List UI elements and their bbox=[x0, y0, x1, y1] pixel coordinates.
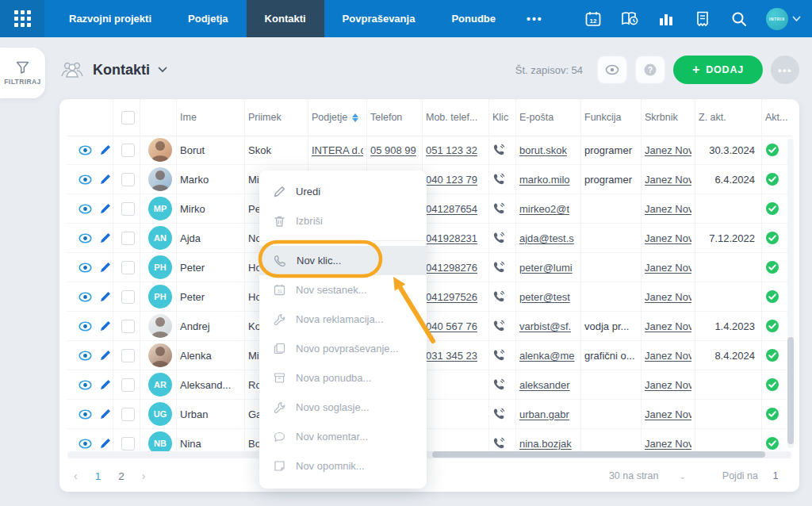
view-record-button[interactable] bbox=[79, 203, 92, 214]
view-record-button[interactable] bbox=[79, 291, 92, 302]
call-button[interactable] bbox=[492, 378, 505, 391]
menu-item-nova-reklamacija[interactable]: Nova reklamacija... bbox=[259, 305, 427, 334]
reports-button[interactable] bbox=[657, 10, 676, 29]
view-record-button[interactable] bbox=[79, 320, 92, 332]
sort-icon[interactable] bbox=[352, 113, 358, 122]
view-record-button[interactable] bbox=[79, 438, 92, 449]
menu-item-novo-povprasevanje[interactable]: Novo povpraševanje... bbox=[259, 334, 427, 363]
planner-button[interactable] bbox=[620, 10, 639, 29]
nav-tab[interactable]: Podjetja bbox=[170, 0, 247, 37]
mobile-link[interactable]: 031 345 23 bbox=[426, 350, 477, 362]
col-podjetje[interactable]: Podjetje bbox=[308, 99, 367, 136]
menu-item-nov-opomnik[interactable]: Nov opomnik... bbox=[259, 451, 427, 481]
email-link[interactable]: peter@lumi bbox=[519, 262, 573, 274]
edit-record-button[interactable] bbox=[100, 350, 111, 361]
owner-link[interactable]: Janez Nova bbox=[645, 320, 691, 332]
add-record-button[interactable]: + DODAJ bbox=[673, 56, 763, 84]
row-checkbox[interactable] bbox=[121, 290, 135, 304]
per-page-select[interactable]: 30 na stran ⌄ bbox=[609, 470, 686, 481]
call-button[interactable] bbox=[492, 202, 505, 215]
menu-item-nov-sestanek[interactable]: 31 Nov sestanek... bbox=[259, 275, 427, 305]
row-checkbox[interactable] bbox=[121, 378, 135, 392]
mobile-link[interactable]: 041298276 bbox=[426, 262, 477, 274]
mobile-link[interactable]: 041297526 bbox=[426, 291, 477, 303]
more-actions-button[interactable]: ••• bbox=[771, 56, 799, 84]
menu-item-izbrisi[interactable]: Izbriši bbox=[259, 206, 427, 236]
col-priimek[interactable]: Priimek bbox=[245, 99, 308, 136]
call-button[interactable] bbox=[492, 173, 505, 186]
mobile-link[interactable]: 051 123 32 bbox=[426, 144, 477, 156]
row-checkbox[interactable] bbox=[121, 437, 135, 450]
search-button[interactable] bbox=[730, 10, 749, 29]
call-button[interactable] bbox=[492, 290, 505, 303]
email-link[interactable]: urban.gabr bbox=[519, 408, 569, 420]
row-checkbox[interactable] bbox=[121, 408, 135, 421]
email-link[interactable]: alenka@me bbox=[519, 350, 575, 362]
col-klic[interactable]: Klic bbox=[489, 99, 516, 136]
edit-record-button[interactable] bbox=[100, 379, 111, 390]
col-telefon[interactable]: Telefon bbox=[367, 99, 423, 136]
nav-tab[interactable]: Razvojni projekti bbox=[51, 0, 170, 37]
row-checkbox[interactable] bbox=[121, 349, 135, 362]
view-record-button[interactable] bbox=[79, 232, 92, 243]
call-button[interactable] bbox=[492, 437, 505, 450]
call-button[interactable] bbox=[492, 349, 505, 362]
email-link[interactable]: nina.bozjak bbox=[519, 438, 572, 450]
email-link[interactable]: varbist@sf. bbox=[519, 320, 571, 332]
module-title-dropdown[interactable]: Kontakti bbox=[59, 59, 167, 80]
goto-page-input[interactable]: 1 bbox=[766, 470, 785, 481]
mobile-link[interactable]: 040 567 76 bbox=[426, 320, 477, 332]
owner-link[interactable]: Janez Nova bbox=[645, 174, 691, 186]
nav-tab[interactable]: Povpraševanja bbox=[324, 0, 434, 37]
mobile-link[interactable]: 041287654 bbox=[426, 203, 477, 215]
row-checkbox[interactable] bbox=[121, 173, 135, 186]
menu-item-nova-ponudba[interactable]: Nova ponudba... bbox=[259, 363, 427, 393]
view-record-button[interactable] bbox=[79, 408, 92, 420]
row-checkbox[interactable] bbox=[121, 261, 135, 274]
edit-record-button[interactable] bbox=[100, 232, 111, 243]
nav-tab[interactable]: Ponudbe bbox=[433, 0, 514, 37]
mobile-link[interactable]: 040 123 79 bbox=[426, 174, 477, 186]
row-checkbox[interactable] bbox=[121, 320, 135, 333]
prev-page-button[interactable]: ‹ bbox=[74, 470, 78, 482]
edit-record-button[interactable] bbox=[100, 203, 111, 214]
col-skrbnik[interactable]: Skrbnik bbox=[642, 99, 695, 136]
call-button[interactable] bbox=[492, 408, 505, 420]
menu-item-uredi[interactable]: Uredi bbox=[259, 177, 427, 206]
email-link[interactable]: ajda@test.s bbox=[519, 232, 574, 244]
nav-tab[interactable]: Kontakti bbox=[247, 0, 324, 37]
edit-record-button[interactable] bbox=[100, 291, 111, 302]
email-link[interactable]: mirkeo2@t bbox=[519, 203, 569, 215]
apps-grid-button[interactable] bbox=[0, 0, 44, 37]
email-link[interactable]: marko.milo bbox=[519, 174, 570, 186]
owner-link[interactable]: Janez Nova bbox=[645, 262, 691, 274]
col-eposta[interactable]: E-pošta bbox=[516, 99, 581, 136]
vertical-scrollbar-thumb[interactable] bbox=[787, 337, 794, 444]
phone-link[interactable]: 05 908 99 bbox=[370, 144, 416, 156]
edit-record-button[interactable] bbox=[100, 144, 111, 155]
view-settings-button[interactable] bbox=[597, 56, 627, 84]
edit-record-button[interactable] bbox=[100, 438, 111, 449]
owner-link[interactable]: Janez Nova bbox=[645, 203, 691, 215]
col-mob-telefon[interactable]: Mob. telef... bbox=[423, 99, 489, 136]
edit-record-button[interactable] bbox=[100, 320, 111, 332]
menu-item-nov-klic[interactable]: Nov klic... bbox=[259, 246, 427, 275]
edit-record-button[interactable] bbox=[100, 262, 111, 273]
view-record-button[interactable] bbox=[79, 350, 92, 361]
account-menu[interactable]: INTRIX bbox=[766, 8, 801, 30]
menu-item-nov-komentar[interactable]: Nov komentar... bbox=[259, 422, 427, 451]
page-number-2[interactable]: 2 bbox=[118, 470, 124, 482]
row-checkbox[interactable] bbox=[121, 232, 135, 245]
view-record-button[interactable] bbox=[79, 379, 92, 390]
owner-link[interactable]: Janez Nova bbox=[645, 232, 691, 244]
col-zadnja-aktivnost[interactable]: Z. akt. bbox=[695, 99, 762, 136]
edit-record-button[interactable] bbox=[100, 174, 111, 185]
nav-tab[interactable]: ••• bbox=[514, 0, 556, 37]
view-record-button[interactable] bbox=[79, 144, 92, 155]
row-checkbox[interactable] bbox=[121, 202, 135, 216]
col-funkcija[interactable]: Funkcija bbox=[581, 99, 642, 136]
select-all-checkbox[interactable] bbox=[121, 111, 135, 125]
owner-link[interactable]: Janez Nova bbox=[645, 379, 691, 391]
filter-panel-toggle[interactable]: FILTRIRAJ bbox=[0, 48, 45, 98]
col-ime[interactable]: Ime bbox=[177, 99, 245, 136]
